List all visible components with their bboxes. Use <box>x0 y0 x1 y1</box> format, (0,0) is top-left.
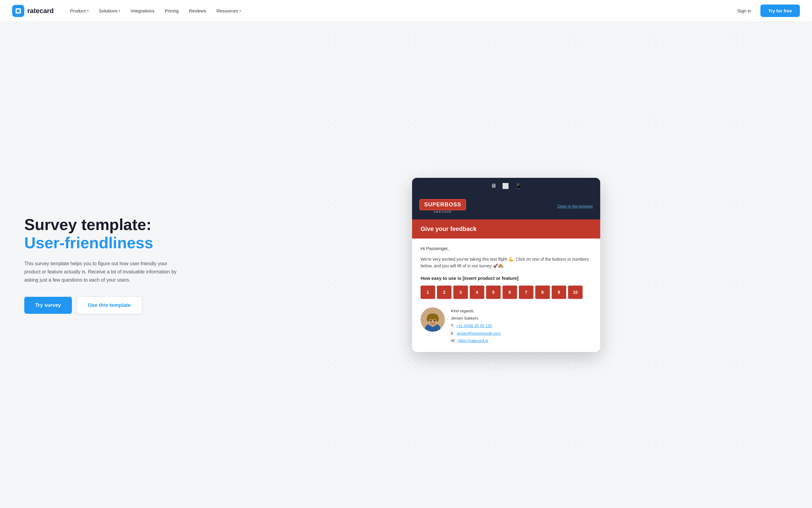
chevron-down-icon: ▾ <box>119 9 120 12</box>
preview-section: 🖥 ⬜ 📱 SUPERBOSS AWESOME <box>224 178 788 352</box>
desktop-icon[interactable]: 🖥 <box>490 183 496 189</box>
email-greeting: Hi Passenger, <box>421 246 592 251</box>
nav-actions: Sign in Try for free <box>733 5 800 17</box>
signature-web: W: https://ratecard.io <box>451 337 501 345</box>
main-content: Survey template: User-friendliness This … <box>0 22 812 508</box>
preview-content: Hi Passenger, We're very excited you've … <box>412 239 600 352</box>
rating-btn-3[interactable]: 3 <box>453 286 468 299</box>
nav-solutions[interactable]: Solutions ▾ <box>95 6 125 16</box>
svg-point-10 <box>434 320 435 322</box>
logo-text: ratecard <box>27 7 54 15</box>
nav-integrations[interactable]: Integrations <box>126 6 158 16</box>
nav-reviews[interactable]: Reviews <box>185 6 211 16</box>
rating-btn-4[interactable]: 4 <box>470 286 484 299</box>
feedback-header: Give your feedback <box>412 219 600 239</box>
preview-card: 🖥 ⬜ 📱 SUPERBOSS AWESOME <box>412 178 600 352</box>
signature-email-link[interactable]: jeroen@victormundi.com <box>457 331 501 336</box>
survey-question: How easy to use is [insert product or fe… <box>421 276 592 281</box>
signature-name: Jeroen Sakkers <box>451 315 501 322</box>
email-body-text: We're very excited you've taking this te… <box>421 256 592 269</box>
signature-phone: T: +31 (0)88 35 35 135 <box>451 322 501 330</box>
hero-section: Survey template: User-friendliness This … <box>24 216 200 314</box>
try-free-button[interactable]: Try for free <box>760 5 800 17</box>
nav-pricing[interactable]: Pricing <box>161 6 183 16</box>
navigation: ratecard Product ▾ Solutions ▾ Integrati… <box>0 0 812 22</box>
rating-btn-1[interactable]: 1 <box>421 286 435 299</box>
rating-btn-5[interactable]: 5 <box>486 286 501 299</box>
rating-btn-9[interactable]: 9 <box>552 286 566 299</box>
rating-btn-10[interactable]: 10 <box>568 286 583 299</box>
feedback-title: Give your feedback <box>421 225 592 232</box>
signature-regards: Kind regards, <box>451 307 501 315</box>
mobile-icon[interactable]: 📱 <box>515 183 522 189</box>
try-survey-button[interactable]: Try survey <box>24 297 72 314</box>
logo[interactable]: ratecard <box>12 5 54 17</box>
chevron-down-icon: ▾ <box>87 9 89 12</box>
avatar <box>421 307 445 332</box>
hero-description: This survey template helps you to figure… <box>24 259 182 284</box>
nav-resources[interactable]: Resources ▾ <box>212 6 245 16</box>
preview-email-header: SUPERBOSS AWESOME Open in the browser <box>412 194 600 219</box>
brand-sub: AWESOME <box>419 210 466 213</box>
rating-btn-7[interactable]: 7 <box>519 286 533 299</box>
signature-email: E: jeroen@victormundi.com <box>451 330 501 337</box>
rating-btn-2[interactable]: 2 <box>437 286 452 299</box>
svg-point-8 <box>436 316 439 322</box>
signature-web-link[interactable]: https://ratecard.io <box>458 338 488 343</box>
signature-phone-link[interactable]: +31 (0)88 35 35 135 <box>456 324 492 328</box>
signin-button[interactable]: Sign in <box>733 6 756 16</box>
logo-icon <box>12 5 24 17</box>
svg-point-1 <box>17 9 20 12</box>
hero-title-blue: User-friendliness <box>24 234 153 252</box>
rating-btn-8[interactable]: 8 <box>535 286 550 299</box>
rating-row: 1 2 3 4 5 6 7 8 9 10 <box>421 286 592 299</box>
chevron-down-icon: ▾ <box>240 9 241 12</box>
preview-email-body: SUPERBOSS AWESOME Open in the browser Gi… <box>412 194 600 352</box>
brand-logo-badge: SUPERBOSS <box>419 199 466 210</box>
preview-toolbar: 🖥 ⬜ 📱 <box>412 178 600 194</box>
signature-text: Kind regards, Jeroen Sakkers T: +31 (0)8… <box>451 307 501 345</box>
svg-point-9 <box>430 320 432 322</box>
use-template-button[interactable]: Use this template <box>77 296 142 314</box>
hero-title: Survey template: User-friendliness <box>24 216 200 252</box>
superboss-logo: SUPERBOSS AWESOME <box>419 199 466 213</box>
signature-row: Kind regards, Jeroen Sakkers T: +31 (0)8… <box>421 307 592 345</box>
nav-links: Product ▾ Solutions ▾ Integrations Prici… <box>66 6 733 16</box>
open-browser-link[interactable]: Open in the browser <box>557 204 593 209</box>
nav-product[interactable]: Product ▾ <box>66 6 93 16</box>
tablet-icon[interactable]: ⬜ <box>502 183 509 189</box>
svg-point-7 <box>427 316 430 322</box>
hero-buttons: Try survey Use this template <box>24 296 200 314</box>
rating-btn-6[interactable]: 6 <box>503 286 517 299</box>
